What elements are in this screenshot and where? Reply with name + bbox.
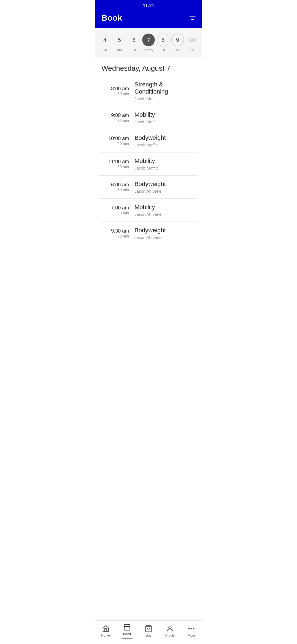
- class-list-item[interactable]: 6:00 am 60 min Bodyweight Jason Ahipene: [99, 176, 198, 199]
- class-time: 8:00 am 60 min: [101, 86, 129, 96]
- class-list-item[interactable]: 7:00 am 30 min Mobility Jason Ahipene: [99, 199, 198, 222]
- calendar-strip: 4Su5Mo6Tu7Today8Th9Fr10Sa: [95, 28, 202, 58]
- content-scroll: 4Su5Mo6Tu7Today8Th9Fr10Sa Wednesday, Aug…: [95, 28, 202, 270]
- class-duration: 60 min: [101, 92, 129, 96]
- day-label-6: Tu: [132, 48, 136, 52]
- class-name: Mobility: [134, 157, 196, 165]
- class-duration: 30 min: [101, 165, 129, 169]
- class-time-value: 7:00 am: [101, 205, 129, 211]
- class-name: Strength & Conditioning: [134, 81, 196, 95]
- page-title: Book: [101, 13, 122, 23]
- class-instructor: Jacob Moffitt: [134, 119, 196, 124]
- class-list-item[interactable]: 10:00 am 60 min Bodyweight Jacob Moffitt: [99, 129, 198, 152]
- calendar-day-8[interactable]: 8Th: [157, 34, 169, 52]
- class-time: 10:00 am 60 min: [101, 136, 129, 146]
- class-time-value: 9:00 am: [101, 113, 129, 118]
- class-instructor: Jason Ahipene: [134, 212, 196, 217]
- class-duration: 60 min: [101, 234, 129, 238]
- class-duration: 60 min: [101, 188, 129, 192]
- class-time: 9:00 am 30 min: [101, 113, 129, 123]
- class-duration: 60 min: [101, 141, 129, 146]
- day-number-9: 9: [171, 34, 184, 46]
- day-number-4: 4: [98, 34, 111, 46]
- date-heading: Wednesday, August 7: [95, 58, 202, 76]
- class-duration: 30 min: [101, 211, 129, 215]
- calendar-day-6[interactable]: 6Tu: [128, 34, 140, 52]
- day-label-4: Su: [103, 48, 107, 52]
- class-time-value: 6:00 am: [101, 182, 129, 188]
- day-label-8: Th: [161, 48, 165, 52]
- class-info: Bodyweight Jacob Moffitt: [134, 134, 196, 147]
- class-name: Bodyweight: [134, 227, 196, 234]
- day-label-5: Mo: [117, 48, 122, 52]
- class-info: Mobility Jacob Moffitt: [134, 111, 196, 124]
- calendar-day-7[interactable]: 7Today: [142, 34, 155, 52]
- class-name: Bodyweight: [134, 134, 196, 141]
- class-time: 9:30 am 60 min: [101, 228, 129, 238]
- class-info: Mobility Jacob Moffitt: [134, 157, 196, 170]
- filter-line-3: [191, 19, 194, 20]
- calendar-day-5[interactable]: 5Mo: [113, 34, 126, 52]
- class-name: Bodyweight: [134, 181, 196, 188]
- class-time: 11:00 am 30 min: [101, 159, 129, 169]
- class-instructor: Jason Ahipene: [134, 189, 196, 193]
- filter-icon[interactable]: [189, 16, 196, 20]
- class-list: 8:00 am 60 min Strength & Conditioning J…: [95, 76, 202, 245]
- header: Book: [95, 10, 202, 28]
- class-time-value: 9:30 am: [101, 228, 129, 234]
- day-label-7: Today: [144, 48, 153, 52]
- day-number-10: 10: [186, 34, 198, 46]
- class-instructor: Jason Ahipene: [134, 235, 196, 240]
- day-number-7: 7: [142, 34, 155, 46]
- day-label-10: Sa: [190, 48, 194, 52]
- class-instructor: Jacob Moffitt: [134, 96, 196, 101]
- day-number-6: 6: [128, 34, 140, 46]
- filter-line-1: [189, 16, 196, 17]
- status-time: 11:21: [143, 3, 154, 8]
- calendar-day-10[interactable]: 10Sa: [186, 34, 198, 52]
- class-info: Strength & Conditioning Jacob Moffitt: [134, 81, 196, 101]
- class-info: Bodyweight Jason Ahipene: [134, 227, 196, 240]
- class-list-item[interactable]: 9:30 am 60 min Bodyweight Jason Ahipene: [99, 222, 198, 245]
- class-name: Mobility: [134, 204, 196, 211]
- day-number-8: 8: [157, 34, 169, 46]
- calendar-day-4[interactable]: 4Su: [98, 34, 111, 52]
- class-info: Bodyweight Jason Ahipene: [134, 181, 196, 193]
- class-list-item[interactable]: 9:00 am 30 min Mobility Jacob Moffitt: [99, 106, 198, 129]
- class-instructor: Jacob Moffitt: [134, 166, 196, 170]
- filter-line-2: [190, 18, 195, 18]
- class-name: Mobility: [134, 111, 196, 118]
- class-time-value: 11:00 am: [101, 159, 129, 165]
- class-time-value: 10:00 am: [101, 136, 129, 141]
- class-duration: 30 min: [101, 118, 129, 123]
- day-number-5: 5: [113, 34, 126, 46]
- class-time-value: 8:00 am: [101, 86, 129, 92]
- calendar-day-9[interactable]: 9Fr: [171, 34, 184, 52]
- class-time: 6:00 am 60 min: [101, 182, 129, 192]
- class-list-item[interactable]: 8:00 am 60 min Strength & Conditioning J…: [99, 76, 198, 106]
- class-list-item[interactable]: 11:00 am 30 min Mobility Jacob Moffitt: [99, 152, 198, 176]
- class-instructor: Jacob Moffitt: [134, 143, 196, 147]
- day-label-9: Fr: [176, 48, 179, 52]
- class-info: Mobility Jason Ahipene: [134, 204, 196, 217]
- class-time: 7:00 am 30 min: [101, 205, 129, 215]
- status-bar: 11:21: [95, 0, 202, 10]
